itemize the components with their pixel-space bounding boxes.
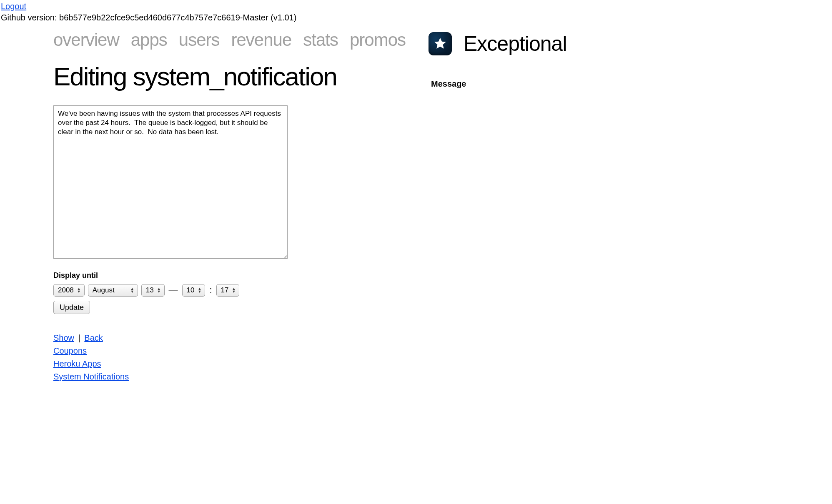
year-select[interactable]: 2008 ▲▼ — [53, 284, 85, 297]
day-select-value: 13 — [146, 286, 154, 294]
back-link[interactable]: Back — [84, 333, 103, 342]
nav-apps[interactable]: apps — [131, 30, 167, 50]
message-textarea[interactable] — [53, 105, 288, 259]
brand-row: Exceptional — [429, 32, 620, 56]
logout-link[interactable]: Logout — [1, 2, 26, 11]
date-time-row: 2008 ▲▼ August ▲▼ 13 ▲▼ — 10 ▲▼ : 17 ▲▼ — [53, 284, 416, 297]
top-bar: Logout — [0, 0, 832, 13]
page-title: Editing system_notification — [53, 62, 416, 91]
display-until-label: Display until — [53, 271, 416, 280]
heroku-apps-link[interactable]: Heroku Apps — [53, 359, 101, 368]
nav-revenue[interactable]: revenue — [231, 30, 292, 50]
hour-select[interactable]: 10 ▲▼ — [182, 284, 205, 297]
nav-promos[interactable]: promos — [350, 30, 406, 50]
sidebar-message-heading: Message — [431, 79, 620, 89]
star-icon — [429, 32, 452, 55]
nav-stats[interactable]: stats — [303, 30, 338, 50]
minute-select[interactable]: 17 ▲▼ — [216, 284, 240, 297]
coupons-link[interactable]: Coupons — [53, 346, 87, 355]
day-select[interactable]: 13 ▲▼ — [141, 284, 165, 297]
date-time-separator-dash: — — [168, 285, 179, 296]
github-version: Github version: b6b577e9b22cfce9c5ed460d… — [0, 13, 832, 26]
nav-overview[interactable]: overview — [53, 30, 119, 50]
brand-name: Exceptional — [464, 32, 567, 56]
updown-icon: ▲▼ — [198, 287, 202, 293]
updown-icon: ▲▼ — [77, 287, 81, 293]
footer-links: Show | Back Coupons Heroku Apps System N… — [53, 332, 416, 383]
update-button[interactable]: Update — [53, 301, 90, 314]
updown-icon: ▲▼ — [232, 287, 236, 293]
link-separator-pipe: | — [74, 333, 84, 342]
minute-select-value: 17 — [221, 286, 229, 294]
updown-icon: ▲▼ — [157, 287, 161, 293]
github-version-hash: b6b577e9b22cfce9c5ed460d677c4b757e7c6619… — [59, 13, 296, 22]
github-version-prefix: Github version: — [1, 13, 59, 22]
nav-users[interactable]: users — [179, 30, 220, 50]
date-time-separator-colon: : — [208, 285, 213, 296]
show-link[interactable]: Show — [53, 333, 74, 342]
year-select-value: 2008 — [58, 286, 74, 294]
updown-icon: ▲▼ — [130, 287, 134, 293]
hour-select-value: 10 — [187, 286, 195, 294]
month-select-value: August — [93, 286, 115, 294]
system-notifications-link[interactable]: System Notifications — [53, 372, 129, 381]
month-select[interactable]: August ▲▼ — [88, 284, 138, 297]
main-nav: overview apps users revenue stats promos — [53, 30, 416, 50]
